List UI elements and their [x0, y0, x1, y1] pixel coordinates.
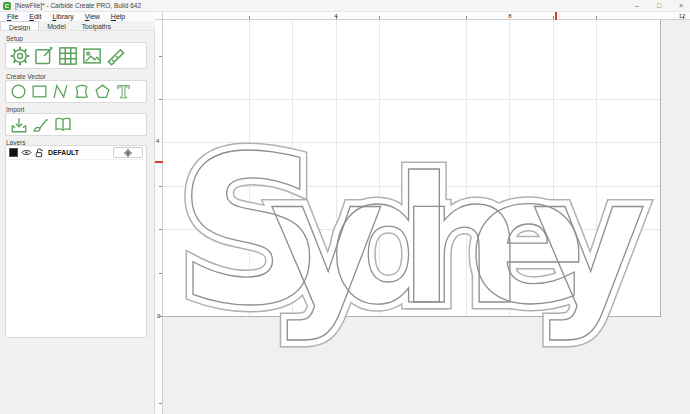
library-icon[interactable] — [54, 116, 72, 134]
menu-file[interactable]: File — [7, 13, 18, 20]
sydney-vector-artwork[interactable]: Sydney Sydney Sydney — [163, 20, 690, 414]
visibility-eye-icon[interactable] — [21, 148, 32, 157]
tab-design[interactable]: Design — [0, 21, 39, 30]
polygon-icon[interactable] — [94, 83, 111, 100]
create-vector-section-title: Create Vector — [6, 73, 46, 80]
h-ruler-label-8: 8 — [508, 13, 511, 19]
h-ruler-label-4: 4 — [334, 13, 337, 19]
maximize-button[interactable]: □ — [654, 0, 664, 11]
titlebar: C [NewFile]* - Carbide Create PRO, Build… — [0, 0, 690, 12]
v-ruler-cursor-marker — [155, 161, 163, 163]
menu-help[interactable]: Help — [111, 13, 125, 20]
layer-name: DEFAULT — [48, 149, 113, 156]
h-ruler-label-12: 12 — [679, 13, 686, 19]
v-ruler-label-4: 4 — [156, 138, 159, 144]
layers-panel: DEFAULT — [5, 145, 147, 338]
canvas-background[interactable]: Sydney Sydney Sydney — [163, 20, 690, 414]
menubar: File Edit Library View Help — [0, 12, 155, 21]
text-icon[interactable] — [115, 83, 132, 100]
import-file-icon[interactable] — [10, 116, 28, 134]
app-icon: C — [3, 2, 11, 10]
ruler-corner — [155, 12, 163, 20]
layer-color-swatch[interactable] — [9, 148, 18, 157]
minimize-button[interactable]: – — [632, 0, 642, 11]
menu-library[interactable]: Library — [52, 13, 73, 20]
polyline-icon[interactable] — [52, 83, 69, 100]
tab-toolpaths[interactable]: Toolpaths — [74, 21, 119, 30]
import-toolbox — [5, 113, 147, 136]
measure-icon[interactable] — [106, 46, 126, 66]
grid-icon[interactable] — [58, 46, 78, 66]
setup-section-title: Setup — [6, 35, 23, 42]
h-ruler-cursor-marker — [555, 12, 557, 20]
mode-tabbar: Design Model Toolpaths — [0, 21, 155, 31]
image-icon[interactable] — [82, 46, 102, 66]
layer-row[interactable]: DEFAULT — [6, 146, 146, 160]
edit-document-icon[interactable] — [34, 46, 54, 66]
import-section-title: Import — [6, 106, 24, 113]
close-button[interactable]: × — [676, 0, 686, 11]
create-vector-toolbox — [5, 80, 147, 103]
tab-model[interactable]: Model — [39, 21, 74, 30]
left-sidebar: Setup Create Vector — [0, 31, 155, 414]
job-setup-gear-icon[interactable] — [10, 46, 30, 66]
horizontal-ruler: 4 8 12 — [163, 12, 690, 20]
rectangle-icon[interactable] — [31, 83, 48, 100]
design-canvas-pane: Sydney Sydney Sydney 4 8 12 4 0 — [155, 12, 690, 414]
circle-icon[interactable] — [10, 83, 27, 100]
trace-image-icon[interactable] — [32, 116, 50, 134]
menu-edit[interactable]: Edit — [29, 13, 41, 20]
menu-view[interactable]: View — [85, 13, 100, 20]
vertical-ruler: 4 0 — [155, 20, 163, 414]
unlocked-lock-icon[interactable] — [35, 148, 45, 158]
carbide-create-window: C [NewFile]* - Carbide Create PRO, Build… — [0, 0, 690, 414]
window-title: [NewFile]* - Carbide Create PRO, Build 6… — [15, 2, 141, 9]
curve-icon[interactable] — [73, 83, 90, 100]
setup-toolbox — [5, 42, 147, 69]
layer-settings-button[interactable] — [113, 147, 143, 158]
artwork-letter-outline: Sydney — [177, 112, 643, 350]
v-ruler-label-0: 0 — [157, 313, 160, 319]
gear-icon — [124, 149, 132, 157]
